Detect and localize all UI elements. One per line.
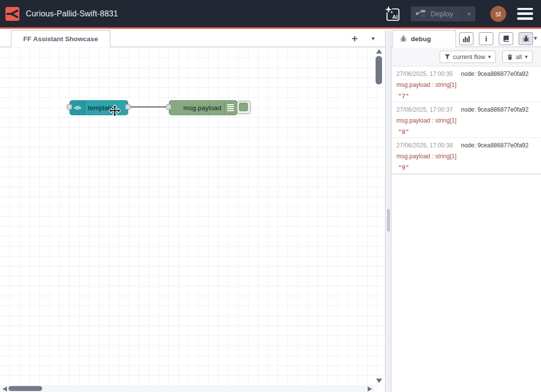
debug-message-value: "8" [396, 128, 536, 135]
debug-message-property[interactable]: msg.payload : string[1] [396, 81, 536, 89]
scroll-left-arrow[interactable] [2, 387, 7, 392]
header-bar: Curious-Pallid-Swift-8831 AI Deploy ▾ st [0, 0, 541, 29]
sidebar-resize-handle[interactable] [385, 30, 391, 392]
move-cursor-icon [109, 105, 121, 117]
node-red-app: Curious-Pallid-Swift-8831 AI Deploy ▾ st [0, 0, 541, 392]
bar-chart-icon [463, 35, 470, 42]
user-avatar[interactable]: st [490, 6, 506, 22]
ai-assistant-button[interactable]: AI [384, 5, 401, 22]
debug-node-label: msg.payload [183, 101, 222, 115]
horizontal-scrollbar-track[interactable] [0, 385, 375, 392]
add-flow-button[interactable]: + [348, 32, 361, 45]
menu-bar-icon [517, 12, 533, 15]
debug-message-timestamp: 27/06/2025, 17:00:35 [396, 70, 453, 77]
debug-message-meta: 27/06/2025, 17:00:38 node: 9cea886877e0f… [396, 142, 536, 149]
debug-message-value: "9" [396, 164, 536, 171]
template-input-port[interactable] [67, 104, 72, 110]
flow-list-caret-icon[interactable]: ▾ [368, 34, 378, 44]
debug-message-meta: 27/06/2025, 17:00:37 node: 9cea886877e0f… [396, 106, 536, 114]
debug-message[interactable]: 27/06/2025, 17:00:35 node: 9cea886877e0f… [391, 66, 541, 102]
wire-template-to-debug[interactable] [127, 106, 171, 108]
instance-title: Curious-Pallid-Swift-8831 [26, 9, 118, 18]
main-row: FF Assistant Showcase + ▾ </> template m… [0, 30, 541, 392]
debug-message[interactable]: 27/06/2025, 17:00:37 node: 9cea886877e0f… [391, 102, 541, 138]
workspace: FF Assistant Showcase + ▾ </> template m… [0, 30, 385, 392]
debug-node-divider [224, 101, 225, 115]
debug-input-port[interactable] [166, 104, 171, 110]
debug-enable-toggle[interactable] [237, 101, 251, 114]
resize-grip-icon[interactable] [387, 209, 390, 232]
clear-messages-dropdown[interactable]: all ▾ [502, 51, 533, 63]
vertical-scrollbar-thumb[interactable] [376, 56, 382, 84]
debug-message-timestamp: 27/06/2025, 17:00:37 [396, 106, 453, 113]
filter-caret-icon: ▾ [488, 54, 491, 60]
debug-message-node-id: node: 9cea886877e0fa92 [461, 142, 529, 149]
sidebar-icon-buttons: i [459, 32, 533, 45]
deploy-nodes-icon [416, 9, 426, 18]
bug-icon [400, 35, 407, 42]
debug-toggle-indicator [239, 103, 248, 111]
info-button[interactable]: i [479, 32, 493, 45]
help-button[interactable] [499, 32, 513, 45]
console-lines-icon [227, 104, 234, 111]
flow-tab-bar: FF Assistant Showcase + ▾ [0, 30, 385, 47]
debug-message-node-id: node: 9cea886877e0fa92 [461, 70, 529, 77]
sidebar-tab-bar: debug i [391, 30, 541, 47]
deploy-label: Deploy [431, 10, 453, 18]
menu-bar-icon [517, 8, 533, 10]
scroll-down-arrow[interactable] [376, 379, 382, 383]
horizontal-scrollbar-thumb[interactable] [8, 386, 42, 391]
debug-message-node-id: node: 9cea886877e0fa92 [461, 106, 529, 113]
scroll-up-arrow[interactable] [376, 49, 382, 54]
sidebar-tabs-caret-icon[interactable]: ▾ [534, 34, 537, 42]
bug-icon [523, 35, 530, 42]
flow-canvas[interactable]: </> template msg.payload [0, 47, 385, 392]
book-icon [503, 35, 510, 42]
scroll-right-arrow[interactable] [368, 387, 372, 392]
filter-dropdown[interactable]: current flow ▾ [440, 51, 496, 63]
deploy-button[interactable]: Deploy ▾ [411, 6, 475, 21]
flow-tab-active[interactable]: FF Assistant Showcase [11, 30, 110, 47]
clear-scope-label: all [516, 54, 522, 61]
ai-sparkle-icon: AI [384, 5, 401, 22]
filter-label: current flow [453, 54, 485, 61]
sidebar-tab-label: debug [411, 35, 431, 43]
debug-message-value: "7" [396, 92, 536, 100]
debug-filter-bar: current flow ▾ all ▾ [391, 48, 541, 66]
debug-message-timestamp: 27/06/2025, 17:00:38 [396, 142, 453, 149]
code-icon: </> [74, 105, 80, 111]
sidebar-tab-debug[interactable]: debug [392, 30, 456, 47]
flowfuse-logo-icon[interactable] [5, 7, 19, 21]
template-node-icon-area: </> [70, 101, 85, 115]
flowfuse-logo-glyph [5, 7, 19, 21]
funnel-icon [445, 54, 450, 60]
debug-node[interactable]: msg.payload [169, 100, 237, 115]
debug-message-group: 27/06/2025, 17:00:35 node: 9cea886877e0f… [391, 66, 541, 174]
debug-message-property[interactable]: msg.payload : string[1] [396, 153, 536, 160]
deploy-caret-icon[interactable]: ▾ [463, 10, 475, 17]
clear-caret-icon: ▾ [525, 54, 528, 60]
main-menu-button[interactable] [517, 8, 533, 20]
trash-icon [507, 54, 513, 60]
debug-messages-button[interactable] [519, 32, 533, 45]
ai-letters: AI [392, 14, 398, 20]
menu-bar-icon [517, 17, 533, 20]
dashboard-chart-button[interactable] [459, 32, 473, 45]
debug-message[interactable]: 27/06/2025, 17:00:38 node: 9cea886877e0f… [391, 138, 541, 174]
debug-message-meta: 27/06/2025, 17:00:35 node: 9cea886877e0f… [396, 70, 536, 78]
info-icon: i [485, 35, 487, 43]
debug-message-property[interactable]: msg.payload : string[1] [396, 117, 536, 125]
debug-message-list: 27/06/2025, 17:00:35 node: 9cea886877e0f… [391, 66, 541, 174]
template-output-port[interactable] [125, 104, 131, 110]
sidebar: debug i [391, 30, 541, 392]
